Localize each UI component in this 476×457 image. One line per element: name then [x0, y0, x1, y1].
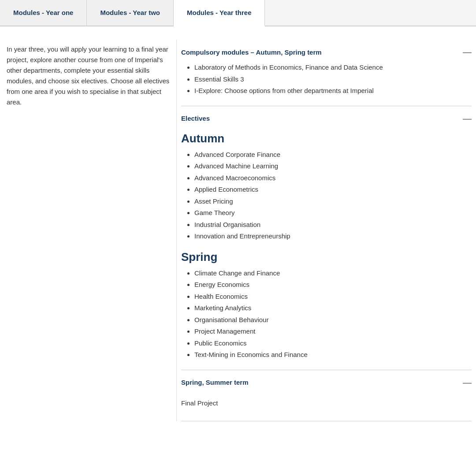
list-item: Marketing Analytics: [194, 303, 472, 313]
list-item: Project Management: [194, 327, 472, 337]
list-item: I-Explore: Choose options from other dep…: [194, 86, 472, 96]
list-item: Laboratory of Methods in Economics, Fina…: [194, 63, 472, 73]
electives-section-content: Autumn Advanced Corporate Finance Advanc…: [181, 132, 472, 360]
list-item: Advanced Macroeconomics: [194, 173, 472, 183]
list-item: Public Economics: [194, 338, 472, 349]
electives-section-header[interactable]: Electives —: [181, 114, 472, 123]
spring-summer-section-header[interactable]: Spring, Summer term —: [181, 378, 472, 387]
final-project-label: Final Project: [181, 393, 472, 413]
list-item: Innovation and Entrepreneurship: [194, 231, 472, 242]
spring-summer-toggle-icon: —: [463, 378, 472, 387]
autumn-heading: Autumn: [181, 132, 472, 145]
spring-list: Climate Change and Finance Energy Econom…: [181, 268, 472, 360]
spring-heading: Spring: [181, 250, 472, 264]
compulsory-section: Compulsory modules – Autumn, Spring term…: [181, 40, 472, 106]
main-layout: In year three, you will apply your learn…: [0, 26, 476, 435]
compulsory-list: Laboratory of Methods in Economics, Fina…: [181, 63, 472, 96]
list-item: Health Economics: [194, 292, 472, 302]
list-item: Industrial Organisation: [194, 220, 472, 230]
tab-bar: Modules - Year one Modules - Year two Mo…: [0, 0, 476, 26]
year-description: In year three, you will apply your learn…: [7, 44, 170, 108]
electives-section: Electives — Autumn Advanced Corporate Fi…: [181, 106, 472, 370]
list-item: Game Theory: [194, 208, 472, 218]
electives-section-title: Electives: [181, 115, 210, 122]
list-item: Energy Economics: [194, 280, 472, 290]
tab-year-one[interactable]: Modules - Year one: [0, 0, 87, 26]
list-item: Climate Change and Finance: [194, 268, 472, 279]
spring-summer-section-content: Final Project: [181, 393, 472, 413]
left-panel: In year three, you will apply your learn…: [0, 40, 176, 421]
compulsory-section-content: Laboratory of Methods in Economics, Fina…: [181, 63, 472, 96]
spring-summer-section-title: Spring, Summer term: [181, 379, 249, 386]
compulsory-toggle-icon: —: [463, 48, 472, 56]
list-item: Essential Skills 3: [194, 74, 472, 85]
electives-toggle-icon: —: [463, 114, 472, 123]
spring-summer-section: Spring, Summer term — Final Project: [181, 370, 472, 421]
right-panel: Compulsory modules – Autumn, Spring term…: [176, 40, 476, 421]
list-item: Organisational Behaviour: [194, 315, 472, 325]
compulsory-section-header[interactable]: Compulsory modules – Autumn, Spring term…: [181, 48, 472, 56]
tab-year-two[interactable]: Modules - Year two: [87, 0, 174, 26]
list-item: Asset Pricing: [194, 197, 472, 207]
autumn-list: Advanced Corporate Finance Advanced Mach…: [181, 150, 472, 242]
list-item: Advanced Machine Learning: [194, 161, 472, 171]
compulsory-section-title: Compulsory modules – Autumn, Spring term: [181, 48, 322, 56]
list-item: Text-Mining in Economics and Finance: [194, 350, 472, 360]
list-item: Applied Econometrics: [194, 185, 472, 195]
tab-year-three[interactable]: Modules - Year three: [174, 0, 265, 26]
list-item: Advanced Corporate Finance: [194, 150, 472, 160]
